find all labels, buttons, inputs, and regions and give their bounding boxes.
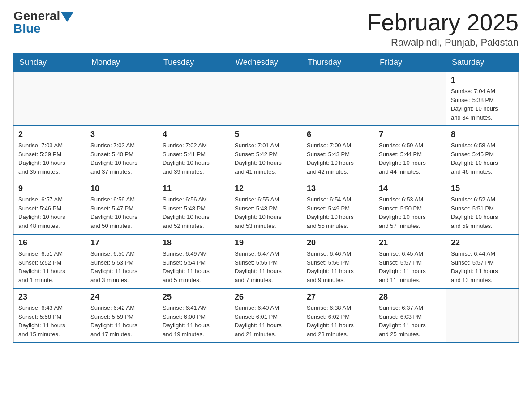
weekday-friday: Friday <box>374 53 446 72</box>
day-info: Sunrise: 6:56 AM Sunset: 5:47 PM Dayligh… <box>90 195 153 230</box>
calendar-cell: 27Sunrise: 6:38 AM Sunset: 6:02 PM Dayli… <box>302 288 374 342</box>
calendar-cell: 4Sunrise: 7:02 AM Sunset: 5:41 PM Daylig… <box>158 126 230 180</box>
calendar-row-4: 23Sunrise: 6:43 AM Sunset: 5:58 PM Dayli… <box>14 288 519 342</box>
day-number: 19 <box>235 238 297 248</box>
day-number: 23 <box>18 292 81 302</box>
day-number: 8 <box>451 130 514 139</box>
day-info: Sunrise: 6:44 AM Sunset: 5:57 PM Dayligh… <box>451 249 514 284</box>
calendar-cell <box>230 72 302 126</box>
calendar-cell: 1Sunrise: 7:04 AM Sunset: 5:38 PM Daylig… <box>446 72 519 126</box>
calendar-cell: 22Sunrise: 6:44 AM Sunset: 5:57 PM Dayli… <box>446 234 519 288</box>
calendar-cell: 25Sunrise: 6:41 AM Sunset: 6:00 PM Dayli… <box>158 288 230 342</box>
day-number: 21 <box>379 238 442 248</box>
day-number: 25 <box>163 292 225 302</box>
logo-blue-text: Blue <box>13 21 41 36</box>
day-number: 13 <box>307 184 369 193</box>
day-number: 17 <box>90 238 153 248</box>
day-number: 20 <box>307 238 369 248</box>
calendar-cell <box>14 72 86 126</box>
calendar-row-3: 16Sunrise: 6:51 AM Sunset: 5:52 PM Dayli… <box>14 234 519 288</box>
calendar-cell: 17Sunrise: 6:50 AM Sunset: 5:53 PM Dayli… <box>86 234 158 288</box>
day-number: 1 <box>451 76 514 85</box>
day-info: Sunrise: 6:38 AM Sunset: 6:02 PM Dayligh… <box>307 304 369 338</box>
day-info: Sunrise: 7:02 AM Sunset: 5:41 PM Dayligh… <box>163 141 225 176</box>
calendar-cell: 3Sunrise: 7:02 AM Sunset: 5:40 PM Daylig… <box>86 126 158 180</box>
calendar-body: 1Sunrise: 7:04 AM Sunset: 5:38 PM Daylig… <box>14 72 519 343</box>
logo: General Blue <box>13 9 73 36</box>
day-number: 22 <box>451 238 514 248</box>
logo-arrow-icon <box>61 12 73 22</box>
day-info: Sunrise: 6:56 AM Sunset: 5:48 PM Dayligh… <box>163 195 225 230</box>
day-info: Sunrise: 6:46 AM Sunset: 5:56 PM Dayligh… <box>307 249 369 284</box>
day-number: 6 <box>307 130 369 139</box>
calendar-cell: 9Sunrise: 6:57 AM Sunset: 5:46 PM Daylig… <box>14 180 86 234</box>
calendar-cell: 5Sunrise: 7:01 AM Sunset: 5:42 PM Daylig… <box>230 126 302 180</box>
weekday-thursday: Thursday <box>302 53 374 72</box>
calendar-header: SundayMondayTuesdayWednesdayThursdayFrid… <box>14 53 519 72</box>
calendar-cell: 19Sunrise: 6:47 AM Sunset: 5:55 PM Dayli… <box>230 234 302 288</box>
calendar-cell: 10Sunrise: 6:56 AM Sunset: 5:47 PM Dayli… <box>86 180 158 234</box>
page-header: General Blue February 2025 Rawalpindi, P… <box>13 9 519 48</box>
month-title: February 2025 <box>367 9 519 36</box>
day-info: Sunrise: 6:42 AM Sunset: 5:59 PM Dayligh… <box>90 304 153 338</box>
calendar-cell: 11Sunrise: 6:56 AM Sunset: 5:48 PM Dayli… <box>158 180 230 234</box>
day-info: Sunrise: 6:57 AM Sunset: 5:46 PM Dayligh… <box>18 195 81 230</box>
day-number: 2 <box>18 130 81 139</box>
calendar-row-1: 2Sunrise: 7:03 AM Sunset: 5:39 PM Daylig… <box>14 126 519 180</box>
calendar-cell <box>302 72 374 126</box>
calendar-cell: 28Sunrise: 6:37 AM Sunset: 6:03 PM Dayli… <box>374 288 446 342</box>
weekday-saturday: Saturday <box>446 53 519 72</box>
calendar-cell: 6Sunrise: 7:00 AM Sunset: 5:43 PM Daylig… <box>302 126 374 180</box>
day-info: Sunrise: 6:49 AM Sunset: 5:54 PM Dayligh… <box>163 249 225 284</box>
day-number: 4 <box>163 130 225 139</box>
day-number: 14 <box>379 184 442 193</box>
calendar-table: SundayMondayTuesdayWednesdayThursdayFrid… <box>13 53 519 343</box>
calendar-row-2: 9Sunrise: 6:57 AM Sunset: 5:46 PM Daylig… <box>14 180 519 234</box>
calendar-cell: 24Sunrise: 6:42 AM Sunset: 5:59 PM Dayli… <box>86 288 158 342</box>
day-number: 28 <box>379 292 442 302</box>
day-info: Sunrise: 6:54 AM Sunset: 5:49 PM Dayligh… <box>307 195 369 230</box>
day-info: Sunrise: 6:50 AM Sunset: 5:53 PM Dayligh… <box>90 249 153 284</box>
day-info: Sunrise: 6:47 AM Sunset: 5:55 PM Dayligh… <box>235 249 297 284</box>
day-info: Sunrise: 6:51 AM Sunset: 5:52 PM Dayligh… <box>18 249 81 284</box>
day-info: Sunrise: 6:40 AM Sunset: 6:01 PM Dayligh… <box>235 304 297 338</box>
day-info: Sunrise: 6:58 AM Sunset: 5:45 PM Dayligh… <box>451 141 514 176</box>
calendar-cell: 8Sunrise: 6:58 AM Sunset: 5:45 PM Daylig… <box>446 126 519 180</box>
day-info: Sunrise: 7:01 AM Sunset: 5:42 PM Dayligh… <box>235 141 297 176</box>
calendar-cell: 21Sunrise: 6:45 AM Sunset: 5:57 PM Dayli… <box>374 234 446 288</box>
day-number: 9 <box>18 184 81 193</box>
day-number: 7 <box>379 130 442 139</box>
day-info: Sunrise: 7:03 AM Sunset: 5:39 PM Dayligh… <box>18 141 81 176</box>
day-info: Sunrise: 7:02 AM Sunset: 5:40 PM Dayligh… <box>90 141 153 176</box>
calendar-cell: 15Sunrise: 6:52 AM Sunset: 5:51 PM Dayli… <box>446 180 519 234</box>
day-number: 27 <box>307 292 369 302</box>
calendar-cell <box>158 72 230 126</box>
calendar-cell: 14Sunrise: 6:53 AM Sunset: 5:50 PM Dayli… <box>374 180 446 234</box>
calendar-cell <box>446 288 519 342</box>
location-text: Rawalpindi, Punjab, Pakistan <box>367 37 519 48</box>
weekday-wednesday: Wednesday <box>230 53 302 72</box>
day-number: 12 <box>235 184 297 193</box>
day-number: 24 <box>90 292 153 302</box>
title-section: February 2025 Rawalpindi, Punjab, Pakist… <box>367 9 519 48</box>
day-number: 11 <box>163 184 225 193</box>
day-number: 10 <box>90 184 153 193</box>
weekday-header-row: SundayMondayTuesdayWednesdayThursdayFrid… <box>14 53 519 72</box>
day-info: Sunrise: 6:37 AM Sunset: 6:03 PM Dayligh… <box>379 304 442 338</box>
day-number: 3 <box>90 130 153 139</box>
day-info: Sunrise: 6:45 AM Sunset: 5:57 PM Dayligh… <box>379 249 442 284</box>
day-info: Sunrise: 6:53 AM Sunset: 5:50 PM Dayligh… <box>379 195 442 230</box>
day-number: 16 <box>18 238 81 248</box>
calendar-cell: 2Sunrise: 7:03 AM Sunset: 5:39 PM Daylig… <box>14 126 86 180</box>
calendar-cell: 26Sunrise: 6:40 AM Sunset: 6:01 PM Dayli… <box>230 288 302 342</box>
weekday-sunday: Sunday <box>14 53 86 72</box>
calendar-cell: 20Sunrise: 6:46 AM Sunset: 5:56 PM Dayli… <box>302 234 374 288</box>
weekday-tuesday: Tuesday <box>158 53 230 72</box>
day-number: 15 <box>451 184 514 193</box>
day-info: Sunrise: 7:00 AM Sunset: 5:43 PM Dayligh… <box>307 141 369 176</box>
calendar-cell: 13Sunrise: 6:54 AM Sunset: 5:49 PM Dayli… <box>302 180 374 234</box>
day-info: Sunrise: 6:41 AM Sunset: 6:00 PM Dayligh… <box>163 304 225 338</box>
day-info: Sunrise: 7:04 AM Sunset: 5:38 PM Dayligh… <box>451 87 514 122</box>
calendar-cell: 16Sunrise: 6:51 AM Sunset: 5:52 PM Dayli… <box>14 234 86 288</box>
calendar-cell <box>374 72 446 126</box>
